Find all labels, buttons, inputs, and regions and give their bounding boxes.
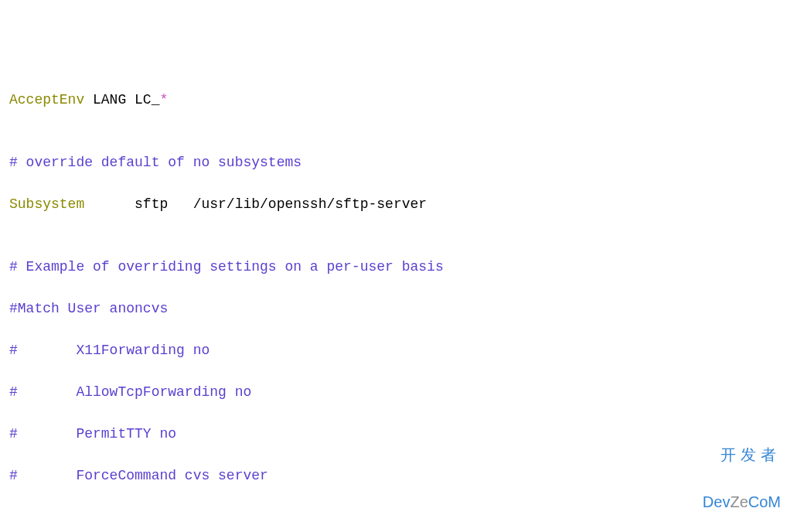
watermark-dev: Dev (703, 493, 731, 510)
config-line: Subsystem sftp /usr/lib/openssh/sftp-ser… (9, 194, 778, 215)
args: LANG LC_ (84, 92, 159, 107)
watermark-bottom: DevZeCoM (703, 493, 781, 510)
comment-line: # X11Forwarding no (9, 340, 778, 361)
watermark-com: CoM (748, 493, 781, 510)
comment-line: # Example of overriding settings on a pe… (9, 257, 778, 278)
comment-line: # ForceCommand cvs server (9, 466, 778, 486)
subsystem-args: sftp /usr/lib/openssh/sftp-server (84, 196, 427, 212)
watermark-top: 开发者 (703, 446, 781, 463)
comment-line: # override default of no subsystems (9, 152, 778, 173)
keyword-subsystem: Subsystem (9, 196, 84, 212)
keyword-acceptenv: AcceptEnv (9, 92, 84, 107)
config-line: AcceptEnv LANG LC_* (9, 90, 778, 111)
comment-line: #Match User anoncvs (9, 298, 778, 319)
comment-line: # PermitTTY no (9, 424, 778, 445)
watermark-ze: Ze (730, 493, 748, 510)
wildcard-star: * (159, 92, 168, 107)
comment-line: # AllowTcpForwarding no (9, 382, 778, 403)
